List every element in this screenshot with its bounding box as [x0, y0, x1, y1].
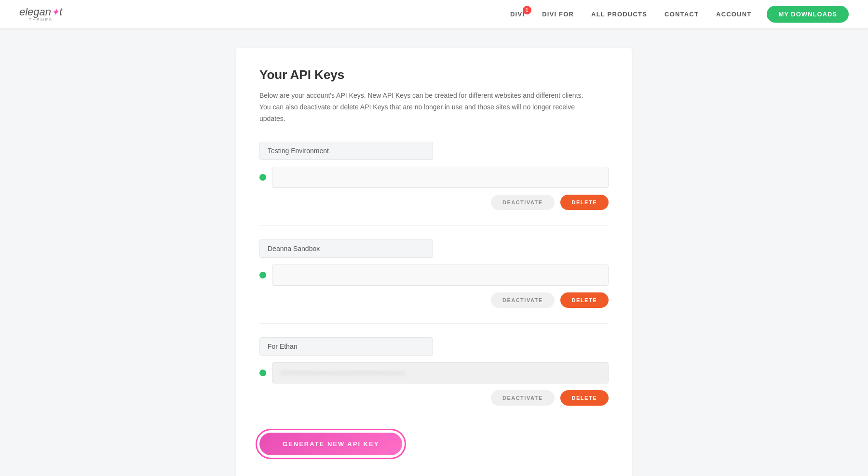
api-key-input-3[interactable]: [272, 362, 609, 383]
content-card: Your API Keys Below are your account's A…: [236, 48, 632, 476]
logo-text: elegan✦t: [19, 6, 62, 18]
action-row-2: DEACTIVATE DELETE: [259, 292, 609, 308]
status-dot-1: [259, 174, 266, 181]
logo: elegan✦t themes: [19, 7, 62, 22]
section-title: Your API Keys: [259, 67, 609, 82]
nav-links: DIVI DIVI FOR ALL PRODUCTS CONTACT ACCOU…: [510, 11, 751, 18]
api-key-label-3: For Ethan: [259, 337, 433, 356]
page-wrapper: Your API Keys Below are your account's A…: [0, 29, 868, 476]
delete-button-2[interactable]: DELETE: [560, 292, 609, 308]
deactivate-button-2[interactable]: DEACTIVATE: [491, 292, 555, 308]
api-key-label-2: Deanna Sandbox: [259, 239, 433, 258]
divider-2: [259, 323, 609, 324]
logo-star-icon: ✦: [51, 7, 59, 17]
divider-1: [259, 225, 609, 226]
api-key-label-1: Testing Environment: [259, 142, 433, 160]
api-key-entry-1: Testing Environment DEACTIVATE DELETE: [259, 142, 609, 210]
api-key-entry-2: Deanna Sandbox DEACTIVATE DELETE: [259, 239, 609, 308]
nav-item-all-products[interactable]: ALL PRODUCTS: [591, 11, 647, 18]
api-key-row-2: [259, 264, 609, 286]
status-dot-2: [259, 272, 266, 278]
action-row-1: DEACTIVATE DELETE: [259, 195, 609, 210]
api-key-entry-3: For Ethan DEACTIVATE DELETE: [259, 337, 609, 406]
status-dot-3: [259, 370, 266, 376]
api-key-input-2[interactable]: [272, 264, 609, 286]
nav-item-account[interactable]: ACCOUNT: [716, 11, 751, 18]
api-key-row-1: [259, 167, 609, 188]
deactivate-button-3[interactable]: DEACTIVATE: [491, 390, 555, 406]
section-description: Below are your account's API Keys. New A…: [259, 90, 587, 124]
my-downloads-button[interactable]: MY DOWNLOADS: [767, 6, 849, 23]
delete-button-3[interactable]: DELETE: [560, 390, 609, 406]
nav-item-divi[interactable]: DIVI: [510, 11, 525, 18]
deactivate-button-1[interactable]: DEACTIVATE: [491, 195, 555, 210]
logo-subtext: themes: [19, 17, 62, 22]
generate-wrapper: GENERATE NEW API KEY: [259, 433, 402, 455]
generate-new-api-key-button[interactable]: GENERATE NEW API KEY: [259, 433, 402, 455]
api-key-input-1[interactable]: [272, 167, 609, 188]
delete-button-1[interactable]: DELETE: [560, 195, 609, 210]
api-key-row-3: [259, 362, 609, 383]
action-row-3: DEACTIVATE DELETE: [259, 390, 609, 406]
navbar: elegan✦t themes DIVI DIVI FOR ALL PRODUC…: [0, 0, 868, 29]
nav-item-contact[interactable]: CONTACT: [665, 11, 699, 18]
nav-item-divi-for[interactable]: DIVI FOR: [542, 11, 574, 18]
